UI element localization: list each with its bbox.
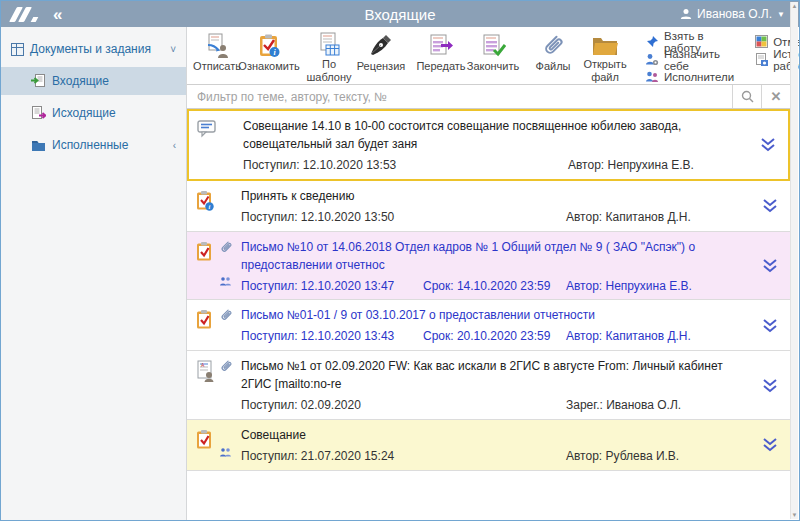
group-icon — [219, 274, 232, 292]
main-panel: Отписать i Ознакомить По шаблону ▼ — [187, 27, 790, 520]
double-chevron-down-icon — [762, 199, 778, 213]
clear-filter-button[interactable]: ✕ — [761, 85, 790, 108]
assign-self-button[interactable]: Назначить себе — [645, 52, 734, 67]
double-chevron-down-icon — [762, 259, 778, 273]
item-author: Автор: Рублева И.В. — [566, 448, 750, 465]
item-due: Срок: 20.10.2020 23:59 — [423, 328, 566, 345]
list-item[interactable]: i Принять к сведению Поступил: 12.10.202… — [187, 181, 790, 232]
item-received: Поступил: 12.10.2020 13:43 — [241, 328, 423, 345]
open-file-button[interactable]: Открыть файл — [579, 29, 631, 83]
item-author: Автор: Непрухина Е.В. — [568, 157, 748, 174]
attachment-icon — [219, 308, 233, 326]
item-author: Автор: Непрухина Е.В. — [566, 278, 750, 295]
double-chevron-down-icon — [762, 319, 778, 333]
button-label: По шаблону — [307, 58, 352, 83]
history-doc-icon — [754, 53, 768, 67]
paperclip-icon — [540, 32, 566, 60]
sidebar-item-completed[interactable]: Исполненные ‹ — [1, 131, 186, 159]
list-item[interactable]: A Письмо №1 от 02.09.2020 FW: Как вас ис… — [187, 351, 790, 420]
list-item[interactable]: Письмо №01-01 / 9 от 03.10.2017 о предос… — [187, 300, 790, 351]
people-icon — [645, 70, 659, 84]
user-name: Иванова О.Л. — [697, 7, 772, 21]
expand-item-button[interactable] — [750, 238, 790, 295]
filter-bar: ✕ — [187, 84, 790, 109]
chevron-left-icon[interactable]: ‹ — [173, 140, 176, 151]
sidebar: Документы и задания ˅ Входящие Исходящие… — [1, 27, 187, 520]
acquaint-button[interactable]: i Ознакомить — [243, 29, 295, 83]
header-bar: « Входящие Иванова О.Л. ▼ — [1, 1, 799, 27]
expand-item-button[interactable] — [750, 357, 790, 414]
clipboard-check-icon — [195, 241, 215, 267]
person-gear-icon — [645, 53, 659, 67]
sidebar-item-label: Исполненные — [52, 138, 167, 152]
review-button[interactable]: Рецензия — [355, 29, 407, 83]
document-list: Совещание 14.10 в 10-00 состоится совеща… — [187, 109, 790, 520]
item-received: Поступил: 12.10.2020 13:47 — [241, 278, 423, 295]
action-label: Назначить себе — [664, 48, 734, 72]
close-icon: ✕ — [771, 89, 782, 104]
sidebar-item-outgoing[interactable]: Исходящие — [1, 99, 186, 127]
search-button[interactable] — [732, 85, 761, 108]
folder-icon — [31, 139, 46, 152]
template-icon — [316, 32, 342, 58]
item-title: Принять к сведению — [241, 187, 750, 205]
sidebar-item-label: Входящие — [52, 74, 176, 88]
action-label: Исполнители — [664, 71, 734, 83]
button-label: Открыть файл — [583, 58, 626, 83]
attachment-icon — [219, 240, 233, 258]
button-label: Ознакомить — [238, 60, 299, 73]
list-item[interactable]: Совещание 14.10 в 10-00 состоится совеща… — [187, 109, 790, 181]
item-received: Поступил: 02.09.2020 — [241, 397, 423, 414]
double-chevron-down-icon — [762, 438, 778, 452]
pen-icon — [368, 32, 394, 60]
folder-open-icon — [591, 32, 619, 58]
toolbar: Отписать i Ознакомить По шаблону ▼ — [187, 27, 790, 84]
expand-item-button[interactable] — [750, 426, 790, 465]
sidebar-item-incoming[interactable]: Входящие — [1, 67, 186, 95]
item-title: Совещание — [241, 426, 750, 444]
svg-text:i: i — [209, 203, 211, 210]
pin-icon — [645, 35, 659, 49]
finish-button[interactable]: Закончить — [467, 29, 519, 83]
clipboard-info-icon: i — [195, 190, 215, 216]
inbox-doc-icon — [31, 74, 46, 88]
item-received: Поступил: 12.10.2020 13:50 — [241, 209, 423, 226]
filter-input[interactable] — [187, 85, 732, 108]
scroll-down-icon[interactable]: ▼ — [792, 511, 798, 519]
button-label: Файлы — [536, 60, 571, 73]
item-received: Поступил: 12.10.2020 13:53 — [243, 157, 425, 174]
group-icon — [219, 445, 232, 463]
comment-icon — [197, 120, 217, 142]
button-label: Передать — [416, 60, 465, 73]
toolbar-stack-work: Взять в работу Назначить себе Исполнител… — [639, 29, 740, 83]
files-button[interactable]: Файлы — [527, 29, 579, 83]
user-menu[interactable]: Иванова О.Л. ▼ — [680, 7, 785, 21]
user-icon — [680, 8, 692, 20]
expand-item-button[interactable] — [750, 306, 790, 345]
expand-item-button[interactable] — [748, 117, 788, 174]
item-title: Письмо №10 от 14.06.2018 Отдел кадров № … — [241, 238, 750, 274]
color-grid-icon — [754, 35, 768, 49]
forward-icon — [428, 32, 454, 60]
attachment-icon — [219, 359, 233, 377]
executors-button[interactable]: Исполнители — [645, 70, 734, 84]
unsubscribe-button[interactable]: Отписать — [191, 29, 243, 83]
chevron-down-icon[interactable]: ˅ — [170, 44, 176, 55]
sidebar-item-label: Исходящие — [52, 106, 176, 120]
user-caret-icon: ▼ — [777, 10, 785, 19]
forward-button[interactable]: Передать — [415, 29, 467, 83]
item-due — [425, 157, 568, 174]
scroll-up-icon[interactable]: ▲ — [792, 2, 798, 10]
list-item[interactable]: Совещание Поступил: 21.07.2020 15:24 Авт… — [187, 420, 790, 471]
item-due — [423, 209, 566, 226]
vertical-scrollbar[interactable]: ▲ ▼ — [790, 2, 798, 519]
expand-item-button[interactable] — [750, 187, 790, 226]
sidebar-root-documents[interactable]: Документы и задания ˅ — [1, 35, 186, 63]
button-label: Отписать — [193, 60, 241, 73]
finish-icon — [480, 32, 506, 60]
item-title: Письмо №01-01 / 9 от 03.10.2017 о предос… — [241, 306, 750, 324]
button-label: Рецензия — [357, 60, 406, 73]
unsubscribe-icon — [204, 32, 230, 60]
by-template-button[interactable]: По шаблону ▼ — [303, 29, 355, 83]
list-item[interactable]: Письмо №10 от 14.06.2018 Отдел кадров № … — [187, 232, 790, 301]
